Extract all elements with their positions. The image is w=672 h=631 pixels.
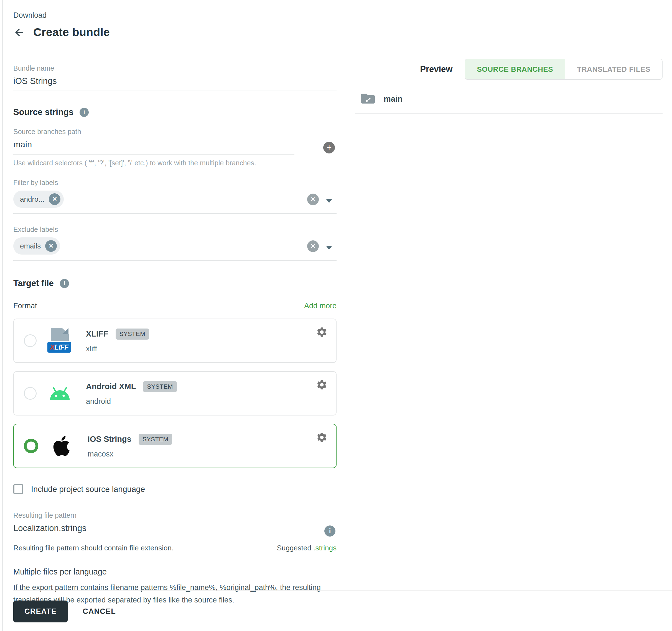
- target-file-heading: Target file: [13, 278, 54, 288]
- add-branch-button[interactable]: +: [323, 142, 335, 153]
- include-source-language-label: Include project source language: [31, 485, 145, 494]
- footer-divider: [13, 590, 672, 590]
- cancel-button[interactable]: CANCEL: [81, 607, 118, 616]
- preview-label: Preview: [420, 64, 452, 74]
- format-subtitle: android: [86, 397, 177, 406]
- format-card-xliff[interactable]: XLIFF XLIFF SYSTEM xliff: [13, 319, 337, 363]
- radio-checked[interactable]: [24, 439, 38, 453]
- branch-folder-icon: [361, 93, 375, 105]
- apple-icon: [48, 434, 75, 458]
- gear-icon[interactable]: [316, 432, 328, 443]
- pattern-helper-text: Resulting file pattern should contain fi…: [13, 544, 173, 552]
- format-card-android-xml[interactable]: Android XML SYSTEM android: [13, 371, 337, 415]
- source-branches-path-label: Source branches path: [13, 128, 337, 136]
- create-bundle-form: Download Create bundle Bundle name iOS S…: [13, 11, 337, 606]
- format-title: Android XML: [86, 382, 136, 391]
- branch-name: main: [384, 95, 403, 104]
- target-file-info-icon[interactable]: i: [60, 279, 69, 288]
- bundle-name-input[interactable]: iOS Strings: [13, 76, 337, 91]
- filter-by-labels-label: Filter by labels: [13, 179, 337, 187]
- android-icon: [46, 385, 74, 402]
- filter-labels-select[interactable]: andro... ✕ ✕: [13, 188, 337, 214]
- clear-all-icon[interactable]: ✕: [307, 241, 319, 252]
- format-card-ios-strings[interactable]: iOS Strings SYSTEM macosx: [13, 424, 337, 468]
- add-more-link[interactable]: Add more: [304, 302, 337, 310]
- multiple-files-heading: Multiple files per language: [13, 567, 337, 576]
- exclude-labels-label: Exclude labels: [13, 225, 337, 233]
- create-button[interactable]: CREATE: [13, 601, 68, 623]
- include-source-language-checkbox[interactable]: [13, 484, 23, 494]
- exclude-labels-select[interactable]: emails ✕ ✕: [13, 235, 337, 261]
- suggested-extension: Suggested .strings: [277, 544, 337, 552]
- label-chip-text: emails: [20, 242, 41, 250]
- system-badge: SYSTEM: [116, 329, 149, 339]
- radio-unchecked[interactable]: [24, 334, 37, 347]
- source-branches-path-input[interactable]: main: [13, 140, 294, 155]
- system-badge: SYSTEM: [143, 381, 176, 392]
- source-strings-heading: Source strings: [13, 107, 73, 117]
- system-badge: SYSTEM: [139, 434, 172, 445]
- tab-translated-files[interactable]: TRANSLATED FILES: [565, 59, 662, 79]
- resulting-file-pattern-input[interactable]: Localization.strings: [13, 523, 314, 538]
- format-label: Format: [13, 302, 37, 310]
- back-arrow-icon[interactable]: [13, 27, 25, 38]
- clear-all-icon[interactable]: ✕: [307, 194, 319, 205]
- radio-unchecked[interactable]: [24, 387, 37, 400]
- remove-chip-icon[interactable]: ✕: [49, 193, 61, 205]
- page-edge-divider: [2, 0, 3, 631]
- page-title: Create bundle: [33, 26, 110, 39]
- pattern-info-icon[interactable]: i: [325, 526, 335, 536]
- suggested-extension-link[interactable]: .strings: [313, 544, 337, 552]
- bundle-name-label: Bundle name: [13, 64, 337, 72]
- label-chip[interactable]: emails ✕: [13, 237, 60, 255]
- preview-tabs: SOURCE BRANCHES TRANSLATED FILES: [465, 59, 663, 80]
- gear-icon[interactable]: [316, 379, 328, 390]
- label-chip-text: andro...: [20, 195, 44, 204]
- resulting-file-pattern-label: Resulting file pattern: [13, 511, 337, 520]
- tab-source-branches[interactable]: SOURCE BRANCHES: [465, 59, 565, 79]
- breadcrumb: Download: [13, 11, 337, 20]
- remove-chip-icon[interactable]: ✕: [45, 240, 57, 252]
- format-title: XLIFF: [86, 329, 109, 338]
- chevron-down-icon[interactable]: [326, 199, 332, 203]
- branch-row-main[interactable]: main: [355, 93, 663, 113]
- gear-icon[interactable]: [316, 326, 328, 338]
- format-subtitle: xliff: [86, 345, 149, 353]
- preview-panel: Preview SOURCE BRANCHES TRANSLATED FILES…: [355, 59, 663, 113]
- wildcard-helper-text: Use wildcard selectors ( '*', '?', '[set…: [13, 159, 337, 167]
- source-strings-info-icon[interactable]: i: [79, 108, 89, 117]
- label-chip[interactable]: andro... ✕: [13, 191, 64, 208]
- chevron-down-icon[interactable]: [326, 246, 332, 250]
- format-title: iOS Strings: [88, 435, 131, 444]
- xliff-file-icon: XLIFF: [46, 328, 74, 353]
- format-subtitle: macosx: [88, 450, 172, 458]
